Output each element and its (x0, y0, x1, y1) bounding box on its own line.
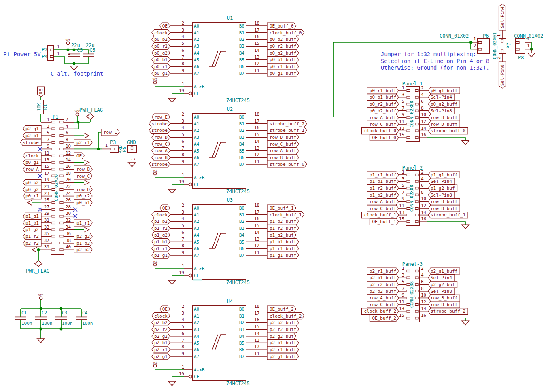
net-label[interactable]: p0_g2 (152, 50, 170, 56)
net-label[interactable]: Sel-Pin4 (499, 4, 506, 30)
net-label[interactable]: Sel-Pin8 (499, 62, 506, 88)
net-label[interactable]: Sel-Pin8 (428, 192, 455, 198)
net-label[interactable]: row_A_buff (367, 295, 399, 301)
net-label[interactable]: row_D (152, 134, 170, 140)
net-label[interactable]: p0_r1_buff (367, 87, 399, 94)
net-label[interactable]: p2_r2 (152, 326, 170, 333)
net-label[interactable]: p2_g1 (152, 353, 170, 360)
net-label[interactable]: p0_b2_buff (367, 108, 399, 114)
net-label[interactable]: p1_g1 (152, 252, 170, 259)
net-label[interactable]: p1_r2_buff (367, 185, 399, 191)
net-label[interactable]: p2_b1 (152, 340, 170, 346)
net-label[interactable]: row_D_buff (428, 121, 460, 127)
net-label[interactable]: p2_g1_buff (267, 353, 299, 360)
net-label[interactable]: clock (23, 153, 41, 159)
net-label[interactable]: p1_b1 (23, 220, 41, 226)
net-label[interactable]: p2_r2_buff (367, 281, 399, 288)
net-label[interactable]: p0_b1_buff (267, 57, 299, 63)
net-label[interactable]: p2_b1_buff (267, 340, 299, 346)
wire-segment[interactable] (155, 266, 184, 269)
net-label[interactable]: clock_buff_1 (362, 212, 399, 218)
net-label[interactable]: clock_buff_2 (362, 308, 399, 315)
net-label[interactable]: OE_buff_0 (267, 23, 296, 29)
net-label[interactable]: p1_g1 (23, 213, 41, 219)
net-label[interactable]: OE_buff_2 (370, 315, 399, 321)
chip-u3[interactable]: U374HCT2452A0OE3A1clock4A2p1_b25A3p1_r26… (152, 197, 304, 285)
net-label[interactable]: Sel-Pin4 (428, 94, 455, 101)
net-label[interactable]: row_C_buff (367, 205, 399, 212)
net-label[interactable]: p2_r2 (23, 240, 41, 246)
net-label[interactable]: row_B_buff (428, 295, 460, 301)
net-label[interactable]: p1_r2_buff (267, 225, 299, 231)
net-label[interactable]: strobe_buff_0 (267, 161, 307, 167)
net-label[interactable]: p1_r2 (23, 233, 41, 239)
net-label[interactable]: strobe_buff_2 (428, 308, 468, 315)
net-label[interactable]: p1_b2 (152, 218, 170, 225)
net-label[interactable]: p2_r1 (74, 139, 92, 146)
net-label[interactable]: strobe_buff_0 (428, 128, 468, 134)
net-label[interactable]: p1_g1_buff (267, 252, 299, 259)
net-label[interactable]: p2_g2_buf (428, 281, 457, 288)
jumper-section[interactable]: Jumper for 1:32 multiplexing:Selection i… (381, 4, 543, 88)
net-label[interactable]: p1_b1_buff (267, 239, 299, 245)
net-label[interactable]: row_E (101, 129, 119, 136)
net-label[interactable]: Sel-Pin8 (428, 108, 455, 114)
power-input-section[interactable]: Pi Power 5VP2P411VCC+C522uC622uC alt. fo… (3, 39, 103, 77)
net-label[interactable]: p2_r1_buff (367, 268, 399, 274)
net-label[interactable]: p0_g2_buff (267, 50, 299, 56)
net-label[interactable]: p1_g1_buff (428, 172, 460, 178)
net-label[interactable]: row_B_buff (267, 154, 299, 161)
net-label[interactable]: p1_b1 (152, 239, 170, 245)
net-label[interactable]: row_B (74, 166, 92, 172)
net-label[interactable]: p0_g1 (23, 159, 41, 166)
net-label[interactable]: p0_g2 (23, 186, 41, 193)
net-label[interactable]: clock (152, 30, 170, 36)
net-label[interactable]: clock_buff_0 (267, 30, 304, 36)
net-label[interactable]: OE (160, 23, 170, 29)
net-label[interactable]: clock (152, 313, 170, 319)
net-label[interactable]: p2_g2 (152, 333, 170, 339)
net-label[interactable]: row_C (74, 173, 92, 179)
net-label[interactable]: p2_g2 (74, 233, 92, 239)
net-label[interactable]: strobe (20, 139, 41, 146)
net-label[interactable]: row_A_buff (267, 148, 299, 154)
net-label[interactable]: p0_b1 (74, 199, 92, 206)
net-label[interactable]: row_D_buff (428, 301, 460, 308)
chip-u1[interactable]: U174HCT2452A0OE3A1clock4A2p0_b25A3p0_r26… (152, 15, 304, 103)
wire-segment[interactable] (98, 132, 101, 149)
net-label[interactable]: row_B (152, 154, 170, 161)
net-label[interactable]: p0_r2 (152, 43, 170, 49)
wire-segment[interactable] (427, 318, 465, 321)
net-label[interactable]: p0_g2_buff (428, 101, 460, 107)
wire-segment[interactable] (54, 57, 88, 64)
net-label[interactable]: p2_g2_buf (267, 333, 296, 339)
net-label[interactable]: strobe_buff_2 (267, 121, 307, 127)
net-label[interactable]: clock_buff_2 (267, 313, 304, 319)
net-label[interactable]: p2_r2_buff (267, 326, 299, 333)
net-label[interactable]: p2_b2_buff (267, 319, 299, 326)
net-label[interactable]: row_E (152, 114, 170, 120)
net-label[interactable]: p0_b1 (152, 57, 170, 63)
net-label[interactable]: p2_g1_buff (428, 268, 460, 274)
net-label[interactable]: strobe_buff_1 (267, 127, 307, 133)
net-label[interactable]: clock_buff_0 (362, 128, 399, 134)
wire-segment[interactable] (471, 42, 473, 49)
wire-segment[interactable] (155, 367, 184, 370)
net-label[interactable]: p0_b1_buff (367, 94, 399, 101)
net-label[interactable]: Sel-Pin4 (428, 178, 455, 185)
net-label[interactable]: p2_r1 (152, 346, 170, 353)
decoupling-caps[interactable]: VCCC1100nC2100nC3100nC4100n (15, 294, 93, 343)
net-label[interactable]: OE_buff_1 (267, 205, 296, 211)
net-label[interactable]: p0_b2 (152, 36, 170, 42)
wire-segment[interactable] (427, 138, 465, 140)
connector-p2p4-body[interactable] (48, 45, 54, 61)
chip-u4[interactable]: U474HCT2452A0OE3A1clock4A2p2_b25A3p2_r26… (152, 299, 304, 386)
net-label[interactable]: p0_b2 (23, 179, 41, 186)
net-label[interactable]: p1_g2 (152, 232, 170, 238)
net-label[interactable]: Sel-Pin8 (428, 288, 455, 295)
net-label[interactable]: p0_r1_buff (267, 63, 299, 70)
net-label[interactable]: row_B_buff (428, 114, 460, 121)
net-label[interactable]: p0_r2_buff (367, 101, 399, 107)
net-label[interactable]: strobe (149, 161, 170, 167)
net-label[interactable]: p1_g2_buf (428, 185, 457, 191)
